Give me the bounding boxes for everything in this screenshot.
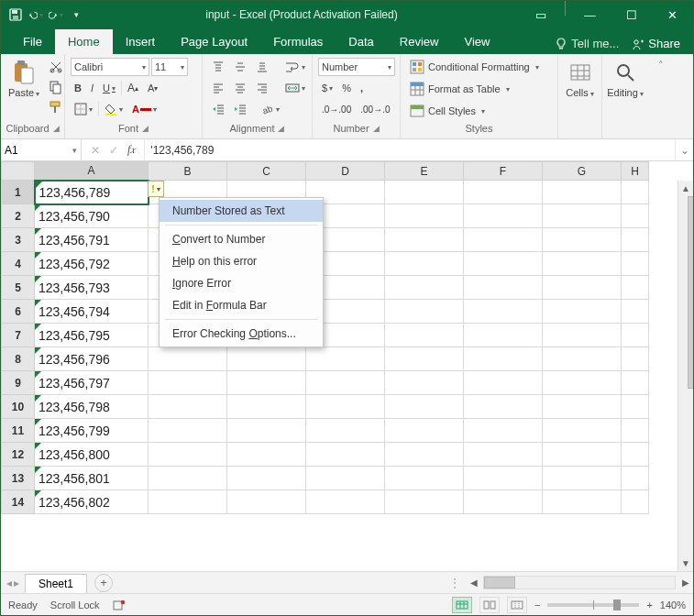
- italic-button[interactable]: I: [87, 79, 97, 97]
- cell-empty[interactable]: [543, 228, 622, 252]
- cut-icon[interactable]: [45, 58, 67, 76]
- cell-empty[interactable]: [464, 443, 543, 467]
- ctx-error-checking-options[interactable]: Error Checking Options...: [160, 323, 323, 345]
- format-painter-icon[interactable]: [45, 98, 67, 116]
- cell-empty[interactable]: [385, 347, 464, 371]
- cell-empty[interactable]: [464, 467, 543, 490]
- underline-button[interactable]: U: [99, 79, 119, 97]
- cell-empty[interactable]: [385, 252, 464, 276]
- cell-empty[interactable]: [622, 300, 649, 324]
- cancel-formula-icon[interactable]: ✕: [91, 144, 100, 157]
- decrease-font-icon[interactable]: A▾: [144, 79, 161, 97]
- cell-empty[interactable]: [464, 347, 543, 371]
- cell-empty[interactable]: [622, 324, 649, 347]
- sheet-nav-next-icon[interactable]: ▸: [14, 577, 19, 589]
- cell-empty[interactable]: [464, 181, 543, 204]
- cell-empty[interactable]: [464, 371, 543, 395]
- cell-empty[interactable]: [149, 371, 227, 395]
- macro-record-icon[interactable]: [113, 599, 126, 611]
- cell-A13[interactable]: 123,456,801: [35, 467, 149, 490]
- cell-styles-button[interactable]: Cell Styles: [406, 102, 552, 120]
- view-normal-icon[interactable]: [452, 597, 472, 613]
- align-bottom-icon[interactable]: [252, 58, 272, 76]
- row-header-12[interactable]: 12: [2, 443, 35, 467]
- close-button[interactable]: ✕: [652, 1, 693, 28]
- share-button[interactable]: Share: [624, 33, 688, 54]
- increase-indent-icon[interactable]: [230, 100, 250, 118]
- cell-A14[interactable]: 123,456,802: [35, 490, 149, 514]
- tell-me[interactable]: Tell me...: [555, 37, 619, 50]
- row-header-2[interactable]: 2: [2, 204, 35, 228]
- increase-font-icon[interactable]: A▴: [124, 79, 142, 97]
- cell-empty[interactable]: [464, 490, 543, 514]
- copy-icon[interactable]: [45, 78, 67, 96]
- cell-empty[interactable]: [385, 324, 464, 347]
- cell-empty[interactable]: [622, 347, 649, 371]
- cell-empty[interactable]: [227, 467, 306, 490]
- row-header-6[interactable]: 6: [2, 300, 35, 324]
- row-header-10[interactable]: 10: [2, 395, 35, 419]
- conditional-formatting-button[interactable]: Conditional Formatting: [406, 58, 552, 76]
- cell-empty[interactable]: [543, 395, 622, 419]
- increase-decimal-icon[interactable]: .0→.00: [318, 100, 355, 118]
- row-header-14[interactable]: 14: [2, 490, 35, 514]
- col-header-B[interactable]: B: [149, 162, 227, 181]
- ctx-ignore-error[interactable]: Ignore Error: [160, 272, 323, 294]
- cell-empty[interactable]: [622, 490, 649, 514]
- cell-empty[interactable]: [385, 181, 464, 204]
- formula-bar[interactable]: '123,456,789: [145, 139, 675, 160]
- decrease-decimal-icon[interactable]: .00→.0: [357, 100, 393, 118]
- cell-empty[interactable]: [306, 371, 385, 395]
- cell-empty[interactable]: [385, 228, 464, 252]
- cell-empty[interactable]: [385, 490, 464, 514]
- cell-empty[interactable]: [543, 204, 622, 228]
- comma-format-icon[interactable]: ,: [357, 79, 367, 97]
- col-header-E[interactable]: E: [385, 162, 464, 181]
- row-header-4[interactable]: 4: [2, 252, 35, 276]
- cell-empty[interactable]: [385, 371, 464, 395]
- alignment-dialog-launcher[interactable]: ◢: [278, 124, 284, 133]
- bold-button[interactable]: B: [71, 79, 85, 97]
- horizontal-scrollbar[interactable]: ⋮ ◀ ▶: [449, 572, 693, 593]
- vertical-scrollbar[interactable]: ▲ ▼: [677, 181, 693, 571]
- cell-empty[interactable]: [543, 300, 622, 324]
- error-smart-tag[interactable]: !▾: [148, 181, 164, 197]
- cell-empty[interactable]: [622, 419, 649, 443]
- row-header-3[interactable]: 3: [2, 228, 35, 252]
- col-header-H[interactable]: H: [622, 162, 649, 181]
- font-size-select[interactable]: 11▾: [151, 58, 188, 76]
- cell-empty[interactable]: [622, 443, 649, 467]
- cell-empty[interactable]: [464, 252, 543, 276]
- cell-empty[interactable]: [306, 443, 385, 467]
- cell-A5[interactable]: 123,456,793: [35, 276, 149, 300]
- cell-empty[interactable]: [149, 467, 227, 490]
- cell-empty[interactable]: [543, 276, 622, 300]
- cell-empty[interactable]: [227, 395, 306, 419]
- cell-empty[interactable]: [149, 419, 227, 443]
- expand-formula-bar-icon[interactable]: ⌄: [675, 139, 693, 160]
- editing-button[interactable]: Editing: [608, 58, 643, 98]
- format-as-table-button[interactable]: Format as Table: [406, 80, 552, 98]
- row-header-11[interactable]: 11: [2, 419, 35, 443]
- cell-empty[interactable]: [306, 467, 385, 490]
- worksheet-grid[interactable]: A B C D E F G H 1123,456,7892123,456,790…: [1, 161, 693, 571]
- cell-empty[interactable]: [149, 490, 227, 514]
- font-name-select[interactable]: Calibri▾: [71, 58, 149, 76]
- wrap-text-icon[interactable]: [281, 58, 309, 76]
- cell-empty[interactable]: [622, 371, 649, 395]
- align-top-icon[interactable]: [208, 58, 228, 76]
- number-dialog-launcher[interactable]: ◢: [373, 124, 380, 133]
- cell-empty[interactable]: [543, 419, 622, 443]
- tab-view[interactable]: View: [451, 29, 502, 54]
- cell-empty[interactable]: [622, 181, 649, 204]
- orientation-icon[interactable]: ab: [258, 100, 283, 118]
- cell-empty[interactable]: [306, 395, 385, 419]
- redo-icon[interactable]: [49, 7, 63, 22]
- cell-empty[interactable]: [306, 347, 385, 371]
- maximize-button[interactable]: ☐: [611, 1, 652, 28]
- zoom-in-button[interactable]: +: [646, 600, 652, 610]
- ctx-edit-formula-bar[interactable]: Edit in Formula Bar: [160, 294, 323, 316]
- cell-empty[interactable]: [622, 276, 649, 300]
- insert-function-icon[interactable]: f𝑥: [127, 143, 135, 157]
- cell-A11[interactable]: 123,456,799: [35, 419, 149, 443]
